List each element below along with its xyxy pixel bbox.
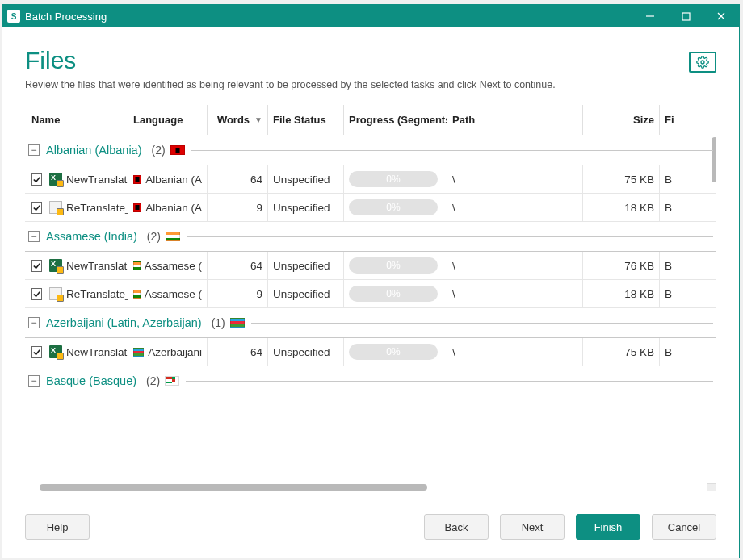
horizontal-scrollbar-track[interactable] — [25, 483, 716, 491]
file-name: ReTranslate_ — [66, 288, 128, 300]
row-checkbox[interactable] — [31, 173, 42, 186]
group-name: Azerbaijani (Latin, Azerbaijan) — [46, 316, 202, 329]
row-checkbox[interactable] — [31, 202, 42, 214]
status-value: Unspecified — [273, 173, 330, 186]
path-value: \ — [452, 202, 455, 214]
column-size[interactable]: Size — [583, 105, 660, 135]
finish-button[interactable]: Finish — [576, 514, 640, 540]
path-value: \ — [452, 173, 455, 186]
progress-bar: 0% — [349, 199, 438, 215]
table-row[interactable]: ReTranslate_Albanian (A9Unspecified0%\18… — [25, 194, 716, 222]
fi-value: B — [665, 288, 672, 300]
flag-icon — [133, 290, 141, 299]
scroll-corner — [707, 483, 716, 491]
column-language[interactable]: Language — [128, 105, 208, 135]
status-value: Unspecified — [273, 288, 330, 300]
words-value: 9 — [256, 288, 262, 300]
table-body: −Albanian (Albania)(2)NewTranslatAlbania… — [25, 136, 716, 479]
next-button[interactable]: Next — [500, 514, 565, 540]
group-count: (1) — [212, 316, 225, 329]
words-value: 9 — [256, 202, 262, 214]
collapse-icon[interactable]: − — [28, 144, 40, 156]
language-label: Albanian (A — [145, 173, 202, 186]
group-name: Assamese (India) — [46, 230, 137, 243]
language-label: Assamese ( — [145, 260, 202, 272]
status-value: Unspecified — [273, 346, 330, 358]
column-file-status[interactable]: File Status — [268, 105, 344, 135]
horizontal-scrollbar[interactable] — [40, 484, 427, 491]
flag-icon — [133, 348, 144, 357]
language-label: Assamese ( — [145, 288, 202, 300]
flag-icon — [133, 261, 141, 270]
page-title: Files — [25, 47, 76, 74]
page-subtitle: Review the files that were identified as… — [25, 79, 716, 90]
table-row[interactable]: NewTranslatAlbanian (A64Unspecified0%\75… — [25, 165, 716, 194]
file-name: NewTranslat — [66, 173, 127, 186]
close-button[interactable] — [703, 5, 739, 27]
words-value: 64 — [250, 260, 262, 272]
flag-icon — [230, 318, 245, 328]
column-fi[interactable]: Fi — [660, 105, 674, 135]
flag-icon — [133, 203, 141, 212]
window-title: Batch Processing — [25, 10, 107, 23]
fi-value: B — [665, 202, 672, 214]
column-progress[interactable]: Progress (Segments) — [344, 105, 447, 135]
table-row[interactable]: ReTranslate_Assamese (9Unspecified0%\18 … — [25, 280, 716, 308]
group-header[interactable]: −Basque (Basque)(2) — [25, 366, 716, 395]
flag-icon — [166, 232, 180, 241]
table-header: Name Language Words▼ File Status Progres… — [25, 105, 716, 136]
status-value: Unspecified — [273, 260, 330, 272]
batch-processing-window: S Batch Processing Files Review the file… — [2, 4, 740, 558]
collapse-icon[interactable]: − — [28, 317, 40, 328]
size-value: 75 KB — [624, 346, 654, 358]
file-name: NewTranslat — [66, 260, 127, 272]
progress-bar: 0% — [349, 257, 438, 274]
files-table: Name Language Words▼ File Status Progres… — [25, 105, 716, 491]
row-checkbox[interactable] — [31, 260, 42, 272]
table-row[interactable]: NewTranslatAzerbaijani64Unspecified0%\75… — [25, 338, 716, 366]
file-type-icon — [49, 259, 62, 272]
maximize-button[interactable] — [668, 5, 703, 27]
help-button[interactable]: Help — [25, 514, 90, 540]
cancel-button[interactable]: Cancel — [652, 514, 716, 540]
words-value: 64 — [250, 173, 262, 186]
column-path[interactable]: Path — [447, 105, 583, 135]
group-name: Albanian (Albania) — [46, 144, 142, 157]
file-type-icon — [49, 201, 62, 214]
flag-icon — [165, 376, 179, 386]
group-header[interactable]: −Assamese (India)(2) — [25, 222, 716, 251]
group-header[interactable]: −Albanian (Albania)(2) — [25, 136, 716, 165]
row-checkbox[interactable] — [31, 288, 42, 300]
path-value: \ — [452, 260, 455, 272]
minimize-button[interactable] — [632, 5, 668, 27]
file-type-icon — [49, 287, 62, 300]
language-label: Albanian (A — [145, 202, 202, 214]
size-value: 75 KB — [624, 173, 654, 186]
file-type-icon — [49, 173, 62, 186]
collapse-icon[interactable]: − — [28, 375, 40, 387]
row-checkbox[interactable] — [31, 346, 42, 358]
group-name: Basque (Basque) — [46, 374, 136, 387]
progress-bar: 0% — [349, 171, 438, 187]
group-count: (2) — [147, 230, 161, 243]
table-row[interactable]: NewTranslatAssamese (64Unspecified0%\76 … — [25, 252, 716, 280]
group-divider — [186, 381, 713, 382]
group-divider — [187, 236, 713, 237]
group-header[interactable]: −Azerbaijani (Latin, Azerbaijan)(1) — [25, 308, 716, 337]
svg-point-4 — [701, 61, 704, 64]
svg-rect-1 — [682, 13, 690, 20]
flag-icon — [133, 175, 141, 184]
group-divider — [191, 150, 713, 151]
collapse-icon[interactable]: − — [28, 231, 40, 242]
size-value: 76 KB — [624, 260, 654, 272]
back-button[interactable]: Back — [424, 514, 489, 540]
column-words[interactable]: Words▼ — [208, 105, 268, 135]
progress-bar: 0% — [349, 286, 438, 302]
size-value: 18 KB — [624, 288, 654, 300]
group-divider — [251, 323, 713, 324]
group-count: (2) — [152, 144, 166, 157]
status-value: Unspecified — [273, 202, 330, 214]
flag-icon — [170, 145, 185, 155]
column-name[interactable]: Name — [25, 105, 128, 135]
settings-button[interactable] — [689, 52, 716, 73]
